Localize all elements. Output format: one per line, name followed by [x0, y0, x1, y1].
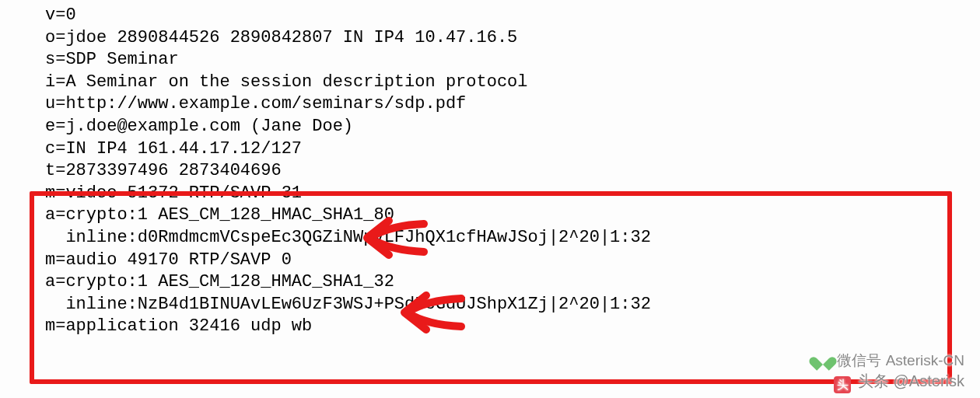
wechat-icon	[814, 351, 831, 368]
sdp-line-timing: t=2873397496 2873404696	[45, 160, 980, 183]
watermark-toutiao: 头条 @Asterisk	[814, 371, 964, 392]
sdp-line-version: v=0	[45, 5, 980, 27]
watermark-wechat: 微信号 Asterisk-CN	[814, 348, 964, 371]
toutiao-icon	[834, 376, 851, 393]
watermark-toutiao-value: @Asterisk	[894, 372, 964, 389]
sdp-line-email: e=j.doe@example.com (Jane Doe)	[45, 116, 980, 138]
watermark-wechat-value: Asterisk-CN	[886, 352, 964, 368]
watermark: 微信号 Asterisk-CN 头条 @Asterisk	[814, 348, 964, 392]
annotation-arrow-icon	[395, 291, 465, 334]
sdp-line-session-info: i=A Seminar on the session description p…	[45, 72, 980, 94]
sdp-line-session-name: s=SDP Seminar	[45, 49, 980, 72]
watermark-toutiao-label: 头条	[858, 372, 889, 389]
highlight-box	[30, 191, 952, 384]
sdp-line-uri: u=http://www.example.com/seminars/sdp.pd…	[45, 93, 980, 116]
watermark-wechat-label: 微信号	[837, 352, 881, 368]
annotation-arrow-icon	[358, 216, 428, 260]
sdp-line-origin: o=jdoe 2890844526 2890842807 IN IP4 10.4…	[45, 27, 980, 50]
sdp-line-connection: c=IN IP4 161.44.17.12/127	[45, 138, 980, 161]
